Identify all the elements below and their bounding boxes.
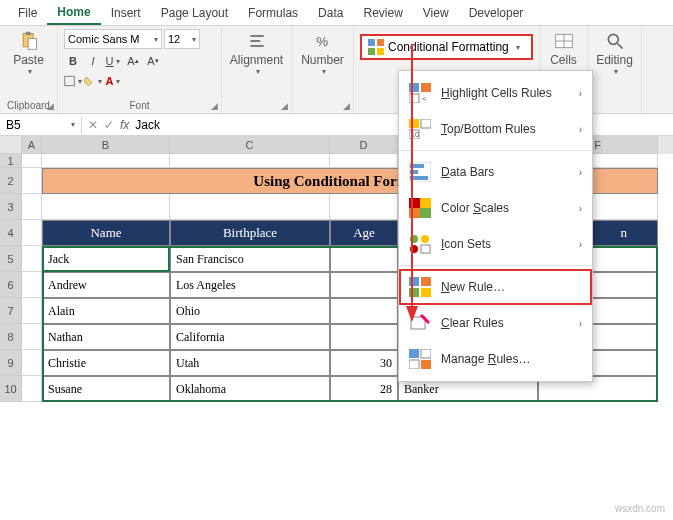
icon-sets-icon <box>409 234 431 254</box>
chevron-right-icon: › <box>579 167 582 178</box>
tab-developer[interactable]: Developer <box>459 2 534 24</box>
table-cell[interactable]: California <box>170 324 330 350</box>
cf-icon-sets[interactable]: Icon Sets› <box>399 226 592 262</box>
table-cell[interactable]: Nathan <box>42 324 170 350</box>
select-all-corner[interactable] <box>0 136 22 154</box>
row-header[interactable]: 3 <box>0 194 22 220</box>
group-label-alignment: ◢ <box>228 110 285 111</box>
table-header[interactable]: Name <box>42 220 170 246</box>
cf-new-rule[interactable]: New Rule… <box>399 269 592 305</box>
row-header[interactable]: 7 <box>0 298 22 324</box>
italic-button[interactable]: I <box>84 52 102 70</box>
svg-line-16 <box>617 44 622 49</box>
cf-color-scales[interactable]: Color Scales› <box>399 190 592 226</box>
alignment-button[interactable]: Alignment ▾ <box>228 29 285 78</box>
cell-b5[interactable]: Jack <box>42 246 170 272</box>
name-box[interactable]: B5▾ <box>0 116 82 134</box>
tab-page-layout[interactable]: Page Layout <box>151 2 238 24</box>
number-button[interactable]: % Number ▾ <box>298 29 347 78</box>
tab-formulas[interactable]: Formulas <box>238 2 308 24</box>
border-button[interactable]: ▾ <box>64 72 82 90</box>
fx-icon[interactable]: fx <box>120 118 129 132</box>
table-cell[interactable]: Alain <box>42 298 170 324</box>
table-cell[interactable]: Oklahoma <box>170 376 330 402</box>
cf-highlight-cells-rules[interactable]: < HHighlight Cells Rulesighlight Cells R… <box>399 75 592 111</box>
chevron-down-icon: ▾ <box>28 67 32 76</box>
svg-rect-22 <box>421 119 431 128</box>
fill-color-button[interactable]: ▾ <box>84 72 102 90</box>
col-header-c[interactable]: C <box>170 136 330 154</box>
table-cell[interactable]: San Francisco <box>170 246 330 272</box>
tab-data[interactable]: Data <box>308 2 353 24</box>
cf-clear-rules[interactable]: Clear Rules› <box>399 305 592 341</box>
svg-rect-44 <box>409 360 419 369</box>
svg-rect-43 <box>421 349 431 358</box>
table-cell[interactable]: Ohio <box>170 298 330 324</box>
svg-rect-39 <box>409 288 419 297</box>
conditional-formatting-button[interactable]: Conditional Formatting ▾ <box>360 34 533 60</box>
table-cell[interactable]: Susane <box>42 376 170 402</box>
table-cell[interactable] <box>330 324 398 350</box>
svg-rect-27 <box>410 170 418 174</box>
cancel-icon[interactable]: ✕ <box>88 118 98 132</box>
table-header[interactable]: Birthplace <box>170 220 330 246</box>
table-cell[interactable] <box>330 246 398 272</box>
cf-top-bottom-rules[interactable]: 10 Top/Bottom Rules› <box>399 111 592 147</box>
table-cell[interactable]: Christie <box>42 350 170 376</box>
col-header-b[interactable]: B <box>42 136 170 154</box>
font-name-combo[interactable]: Comic Sans M▾ <box>64 29 162 49</box>
table-cell[interactable]: Los Angeles <box>170 272 330 298</box>
row-header[interactable]: 9 <box>0 350 22 376</box>
row-header[interactable]: 5 <box>0 246 22 272</box>
svg-rect-45 <box>421 360 431 369</box>
cf-data-bars[interactable]: Data Bars› <box>399 154 592 190</box>
table-cell[interactable]: 30 <box>330 350 398 376</box>
tab-home[interactable]: Home <box>47 1 100 25</box>
col-header-d[interactable]: D <box>330 136 398 154</box>
new-rule-icon <box>409 277 431 297</box>
paste-label: Paste <box>13 53 44 67</box>
highlight-cells-icon: < <box>409 83 431 103</box>
table-cell[interactable] <box>330 298 398 324</box>
cf-manage-rules[interactable]: Manage Rules… <box>399 341 592 377</box>
bold-button[interactable]: B <box>64 52 82 70</box>
row-header[interactable]: 6 <box>0 272 22 298</box>
tab-review[interactable]: Review <box>353 2 412 24</box>
enter-icon[interactable]: ✓ <box>104 118 114 132</box>
svg-rect-36 <box>421 245 430 253</box>
font-color-button[interactable]: A▾ <box>104 72 122 90</box>
underline-button[interactable]: U▾ <box>104 52 122 70</box>
formula-input[interactable]: Jack <box>135 118 160 132</box>
col-header-a[interactable]: A <box>22 136 42 154</box>
increase-font-button[interactable]: A▴ <box>124 52 142 70</box>
svg-rect-26 <box>410 164 424 168</box>
tab-insert[interactable]: Insert <box>101 2 151 24</box>
editing-button[interactable]: Editing ▾ <box>594 29 635 78</box>
manage-rules-icon <box>409 349 431 369</box>
font-size-combo[interactable]: 12▾ <box>164 29 200 49</box>
table-cell[interactable]: Utah <box>170 350 330 376</box>
svg-text:%: % <box>316 34 328 49</box>
table-cell[interactable] <box>330 272 398 298</box>
svg-point-15 <box>608 34 618 44</box>
chevron-down-icon: ▾ <box>516 43 520 52</box>
alignment-label: Alignment <box>230 53 283 67</box>
row-header[interactable]: 2 <box>0 168 22 194</box>
svg-point-35 <box>410 245 418 253</box>
decrease-font-button[interactable]: A▾ <box>144 52 162 70</box>
table-header[interactable]: Age <box>330 220 398 246</box>
paste-button[interactable]: Paste ▾ <box>6 29 51 78</box>
row-header[interactable]: 10 <box>0 376 22 402</box>
table-cell[interactable]: Andrew <box>42 272 170 298</box>
table-cell[interactable]: 28 <box>330 376 398 402</box>
row-header[interactable]: 4 <box>0 220 22 246</box>
menu-separator <box>399 150 592 151</box>
svg-rect-2 <box>28 39 36 50</box>
tab-view[interactable]: View <box>413 2 459 24</box>
row-header[interactable]: 8 <box>0 324 22 350</box>
tab-file[interactable]: File <box>8 2 47 24</box>
row-headers: 1 2 3 4 5 6 7 8 9 10 <box>0 154 22 402</box>
group-number: % Number ▾ ◢ <box>292 26 354 113</box>
row-header[interactable]: 1 <box>0 154 22 168</box>
data-bars-icon <box>409 162 431 182</box>
